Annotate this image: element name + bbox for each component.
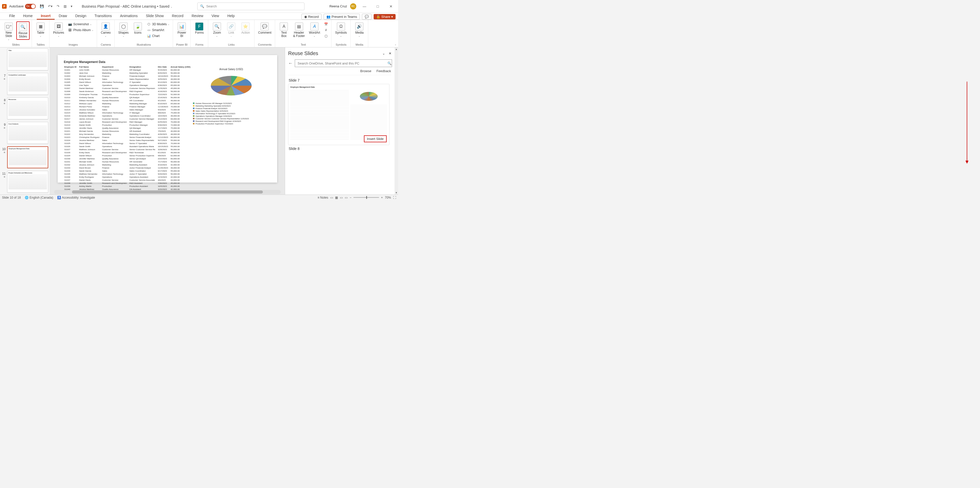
photo-album-button[interactable]: 🖼Photo Album⌄ <box>67 27 95 33</box>
cameo-button[interactable]: 👤Cameo⌄ <box>99 21 112 38</box>
header-footer-button[interactable]: ▤Header & Footer <box>291 21 306 39</box>
sorter-view-icon[interactable]: ▦ <box>335 196 338 200</box>
slide-number-button[interactable]: # <box>323 27 329 33</box>
table-button[interactable]: ▦Table⌄ <box>34 21 47 38</box>
vertical-scrollbar[interactable]: ▲ ▼ <box>395 48 398 195</box>
tab-view[interactable]: View <box>207 13 223 20</box>
forms-button[interactable]: FForms <box>192 21 206 35</box>
normal-view-icon[interactable]: ▭ <box>330 196 333 200</box>
browse-link[interactable]: Browse <box>360 69 371 73</box>
insert-slide-button[interactable]: Insert Slide <box>364 135 387 142</box>
present-teams-button[interactable]: 👥 Present in Teams <box>324 14 360 20</box>
reuse-slides-panel: Reuse Slides ⌄ ✕ ← 🔍 Browse Feedback Sli… <box>285 48 395 195</box>
shapes-button[interactable]: ◯Shapes⌄ <box>117 21 130 38</box>
collapse-ribbon-icon[interactable]: ⌄ <box>395 43 396 46</box>
tab-record[interactable]: Record <box>168 13 188 20</box>
date-time-button[interactable]: 📅 <box>323 21 329 27</box>
search-icon[interactable]: 🔍 <box>387 62 391 65</box>
slide-thumbnail[interactable]: Resources <box>7 97 48 119</box>
slide-thumbnail[interactable]: Employee Management Data <box>7 146 48 168</box>
tab-design[interactable]: Design <box>71 13 91 20</box>
undo-icon[interactable]: ↶▾ <box>46 3 54 9</box>
minimize-button[interactable]: — <box>360 4 369 8</box>
slide-thumbnail[interactable]: Title <box>7 48 48 70</box>
zoom-button[interactable]: 🔍Zoom⌄ <box>210 21 224 38</box>
autosave-toggle[interactable]: On <box>25 4 36 9</box>
ribbon-tabs: FileHomeInsertDrawDesignTransitionsAnima… <box>0 13 398 20</box>
symbols-button[interactable]: ΩSymbols⌄ <box>334 21 348 38</box>
comments-button[interactable]: 💬 <box>362 14 372 20</box>
reuse-slide-7-label: Slide 7 <box>289 78 391 82</box>
back-arrow-icon[interactable]: ← <box>288 61 293 66</box>
autosave[interactable]: AutoSave On <box>9 4 36 9</box>
document-title[interactable]: Business Plan Proposal - ABC Online Lear… <box>82 4 172 8</box>
zoom-out-icon[interactable]: − <box>350 196 352 200</box>
object-button[interactable]: ▢ <box>323 33 329 39</box>
zoom-slider[interactable] <box>353 197 379 198</box>
smartart-button[interactable]: ▭SmartArt <box>145 27 171 33</box>
slide-thumbnail[interactable]: Cost Analysis <box>7 122 48 144</box>
tab-insert[interactable]: Insert <box>37 13 55 20</box>
screenshot-button[interactable]: 📷Screenshot⌄ <box>67 21 95 27</box>
3d-models-button[interactable]: ⬡3D Models⌄ <box>145 21 171 27</box>
redo-icon[interactable]: ↷ <box>55 3 61 9</box>
quick-access-toolbar: 💾 ↶▾ ↷ ▥ ▾ <box>38 3 74 9</box>
scroll-up-icon: ▲ <box>395 48 398 51</box>
tab-draw[interactable]: Draw <box>55 13 71 20</box>
tab-review[interactable]: Review <box>188 13 207 20</box>
fit-window-icon[interactable]: ⛶ <box>393 196 396 200</box>
tab-animations[interactable]: Animations <box>116 13 142 20</box>
reuse-search-input[interactable] <box>295 59 392 67</box>
pictures-button[interactable]: 🖼Pictures⌄ <box>52 21 65 38</box>
search-placeholder: Search <box>206 4 217 8</box>
media-button[interactable]: 🔊Media⌄ <box>353 21 366 38</box>
chart-button[interactable]: 📊Chart <box>145 33 171 39</box>
slideshow-view-icon[interactable]: ▭ <box>345 196 348 200</box>
close-button[interactable]: ✕ <box>386 4 396 8</box>
slide-thumbnail[interactable]: Project Schedule and Milestones <box>7 171 48 193</box>
zoom-in-icon[interactable]: + <box>381 196 383 200</box>
feedback-link[interactable]: Feedback <box>376 69 391 73</box>
maximize-button[interactable]: □ <box>372 4 383 8</box>
zoom-level[interactable]: 70% <box>385 196 391 200</box>
link-button[interactable]: 🔗Link⌄ <box>224 21 238 38</box>
save-icon[interactable]: 💾 <box>38 3 45 9</box>
autosave-label: AutoSave <box>9 4 24 8</box>
reuse-slide-7-thumb[interactable]: Employee Management Data Insert Slide <box>288 84 390 145</box>
share-button[interactable]: 🔓 Share ▾ <box>374 14 396 19</box>
pie-chart-icon <box>211 76 251 95</box>
icons-button[interactable]: 🍃Icons <box>131 21 145 35</box>
horizontal-scrollbar[interactable] <box>54 190 281 194</box>
user-name[interactable]: Reena Cruz <box>329 4 347 8</box>
search-box[interactable]: 🔍 Search <box>197 3 304 10</box>
scroll-down-icon: ▼ <box>395 191 398 195</box>
action-button[interactable]: ⭐Action <box>239 21 252 35</box>
new-slide-button[interactable]: ▢⁺New Slide⌄ <box>2 21 15 42</box>
status-bar: Slide 10 of 18 🌐 English (Canada) ♿ Acce… <box>0 195 398 200</box>
reading-view-icon[interactable]: ▭ <box>340 196 343 200</box>
powerbi-button[interactable]: 📊Power BI <box>175 21 188 39</box>
comment-button[interactable]: 💬Comment <box>256 21 273 35</box>
app-icon: P <box>2 4 6 9</box>
user-avatar[interactable]: RC <box>350 3 356 10</box>
slide-thumbnail[interactable]: Competitive Landscape: <box>7 73 48 95</box>
textbox-button[interactable]: AText Box <box>277 21 290 39</box>
panel-options-icon[interactable]: ⌄ <box>382 52 385 55</box>
qat-more-icon[interactable]: ▾ <box>69 3 74 9</box>
record-button[interactable]: ◉ Record <box>301 14 321 20</box>
wordart-button[interactable]: AWordArt⌄ <box>307 21 322 38</box>
current-slide[interactable]: Employee Management Data Employee IDFull… <box>58 55 277 182</box>
tab-home[interactable]: Home <box>19 13 37 20</box>
language-status[interactable]: 🌐 English (Canada) <box>25 196 53 200</box>
reuse-slides-button[interactable]: 🔍Reuse Slides <box>16 21 30 40</box>
from-beginning-icon[interactable]: ▥ <box>62 3 68 9</box>
tab-slide-show[interactable]: Slide Show <box>142 13 168 20</box>
notes-button[interactable]: ≡ Notes <box>318 196 328 200</box>
tab-help[interactable]: Help <box>223 13 239 20</box>
close-panel-icon[interactable]: ✕ <box>389 52 391 55</box>
slide-counter[interactable]: Slide 10 of 18 <box>2 196 21 200</box>
slide-thumbnail-panel[interactable]: Title7★Competitive Landscape:8★Resources… <box>0 48 50 195</box>
tab-file[interactable]: File <box>5 13 19 20</box>
accessibility-status[interactable]: ♿ Accessibility: Investigate <box>57 196 95 200</box>
tab-transitions[interactable]: Transitions <box>90 13 116 20</box>
